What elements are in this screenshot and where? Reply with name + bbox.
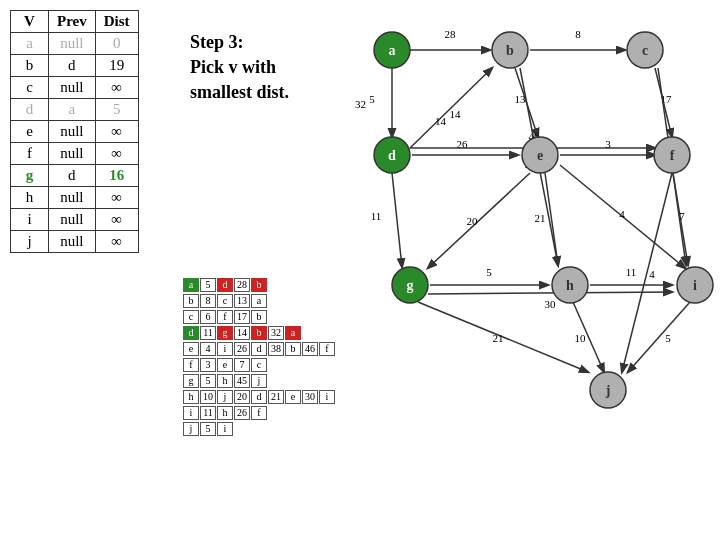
cell-v: e <box>11 121 49 143</box>
table-row: d a 5 <box>11 99 139 121</box>
list-cell: 21 <box>268 390 284 404</box>
cell-v: h <box>11 187 49 209</box>
node-label-f: f <box>670 148 675 163</box>
step-pick: Pick v with <box>190 55 289 80</box>
edge-label-be: 13 <box>515 93 527 105</box>
list-cell: 3 <box>200 358 216 372</box>
svg-line-11 <box>545 173 558 265</box>
list-item: f3e7c <box>183 358 403 372</box>
list-cell: f <box>183 358 199 372</box>
cell-dist: ∞ <box>95 231 138 253</box>
list-item: c6f17b <box>183 310 403 324</box>
edge-label-ab: 28 <box>445 28 457 40</box>
list-cell: c <box>251 358 267 372</box>
list-cell: e <box>183 342 199 356</box>
list-cell: f <box>319 342 335 356</box>
cell-prev: null <box>49 143 96 165</box>
list-cell: 6 <box>200 310 216 324</box>
list-cell: j <box>183 422 199 436</box>
list-cell: j <box>217 390 233 404</box>
list-cell: 38 <box>268 342 284 356</box>
node-label-h: h <box>566 278 574 293</box>
list-cell: 28 <box>234 278 250 292</box>
list-cell: 11 <box>200 326 216 340</box>
cell-prev: d <box>49 165 96 187</box>
list-cell: 7 <box>234 358 250 372</box>
list-item: h10j20d21e30i <box>183 390 403 404</box>
list-cell: b <box>285 342 301 356</box>
list-cell: a <box>251 294 267 308</box>
table-row: j null ∞ <box>11 231 139 253</box>
cell-dist: 16 <box>95 165 138 187</box>
step-label: Step 3: <box>190 30 289 55</box>
edge-label-db: 14 <box>450 108 462 120</box>
edge-label-ef: 3 <box>605 138 611 150</box>
col-header-prev: Prev <box>49 11 96 33</box>
edge-label-ij: 5 <box>665 332 671 344</box>
candidate-lists: a5d28bb8c13ac6f17bd11g14b32ae4i26d38b46f… <box>183 278 403 438</box>
list-item: g5h45j <box>183 374 403 388</box>
list-cell: 32 <box>268 326 284 340</box>
list-item: j5i <box>183 422 403 436</box>
list-cell: c <box>183 310 199 324</box>
list-cell: e <box>217 358 233 372</box>
list-cell: 14 <box>234 326 250 340</box>
list-cell: 4 <box>200 342 216 356</box>
list-cell: b <box>251 310 267 324</box>
table-row: g d 16 <box>11 165 139 187</box>
cell-dist: ∞ <box>95 121 138 143</box>
list-cell: b <box>251 278 267 292</box>
edge-label-bc: 8 <box>575 28 581 40</box>
list-cell: 45 <box>234 374 250 388</box>
distance-table: V Prev Dist a null 0 b d 19 c null ∞ d a… <box>10 10 139 253</box>
cell-dist: 0 <box>95 33 138 55</box>
cell-prev: d <box>49 55 96 77</box>
list-cell: d <box>183 326 199 340</box>
cell-dist: 5 <box>95 99 138 121</box>
edge-label-ei: 4 <box>619 208 625 220</box>
node-label-g: g <box>407 278 414 293</box>
list-cell: 13 <box>234 294 250 308</box>
cell-v: i <box>11 209 49 231</box>
list-cell: b <box>183 294 199 308</box>
list-cell: c <box>217 294 233 308</box>
col-header-dist: Dist <box>95 11 138 33</box>
svg-line-12 <box>428 173 530 268</box>
list-cell: 10 <box>200 390 216 404</box>
weight-db-diag: 14 <box>435 115 447 127</box>
list-cell: g <box>183 374 199 388</box>
list-cell: 26 <box>234 342 250 356</box>
list-cell: d <box>217 278 233 292</box>
list-cell: 11 <box>200 406 216 420</box>
list-cell: j <box>251 374 267 388</box>
cell-v: c <box>11 77 49 99</box>
list-cell: i <box>319 390 335 404</box>
cell-v: g <box>11 165 49 187</box>
cell-prev: null <box>49 77 96 99</box>
step-smallest: smallest dist. <box>190 80 289 105</box>
table-row: h null ∞ <box>11 187 139 209</box>
list-cell: f <box>251 406 267 420</box>
table-row: b d 19 <box>11 55 139 77</box>
list-cell: 5 <box>200 374 216 388</box>
list-cell: 5 <box>200 422 216 436</box>
list-cell: 8 <box>200 294 216 308</box>
cell-dist: ∞ <box>95 209 138 231</box>
node-label-i: i <box>693 278 697 293</box>
edge-label-eh: 21 <box>535 212 546 224</box>
cell-v: j <box>11 231 49 253</box>
cell-v: a <box>11 33 49 55</box>
cell-prev: null <box>49 33 96 55</box>
table-row: e null ∞ <box>11 121 139 143</box>
edge-label-hj: 10 <box>575 332 587 344</box>
list-item: i11h26f <box>183 406 403 420</box>
list-cell: i <box>217 422 233 436</box>
table-row: f null ∞ <box>11 143 139 165</box>
table-row: a null 0 <box>11 33 139 55</box>
list-cell: f <box>217 310 233 324</box>
list-cell: 26 <box>234 406 250 420</box>
step-description: Step 3: Pick v with smallest dist. <box>190 30 289 106</box>
node-label-j: j <box>605 383 611 398</box>
cell-dist: ∞ <box>95 187 138 209</box>
list-cell: e <box>285 390 301 404</box>
